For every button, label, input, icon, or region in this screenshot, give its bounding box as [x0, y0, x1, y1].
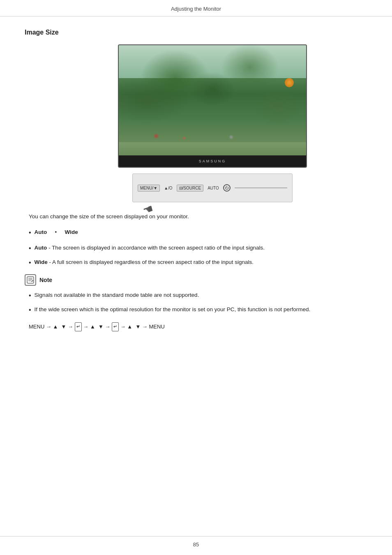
bullet-auto-text: Auto - The screen is displayed in accord… [35, 243, 265, 252]
control-bar: MENU/▼ ▲/O ⊟/SOURCE AUTO ⏻ ☚ [132, 173, 293, 202]
monitor-bottom-bar: SAMSUNG [119, 155, 306, 167]
auto-label: AUTO [208, 186, 219, 190]
option-separator: • [50, 228, 61, 237]
enter-icon-2: ↵ [112, 322, 119, 331]
option-wide-label: Wide [65, 228, 78, 237]
page-header: Adjusting the Monitor [0, 0, 392, 16]
note-bullets: Signals not available in the standard mo… [29, 291, 367, 315]
source-button[interactable]: ⊟/SOURCE [177, 185, 204, 192]
page-footer: 85 [0, 536, 392, 548]
bullet-wide: Wide - A full screen is displayed regard… [29, 258, 367, 268]
samsung-logo: SAMSUNG [199, 159, 226, 163]
auto-desc: - The screen is displayed in accordance … [48, 245, 265, 251]
note-box: Note [25, 274, 367, 286]
options-row: Auto • Wide [29, 228, 367, 238]
bullet-wide-text: Wide - A full screen is displayed regard… [35, 258, 254, 267]
nav-path: MENU → ▲ ▼ → ↵ → ▲ ▼ → ↵ → ▲ ▼ → MENU [29, 322, 367, 331]
header-title: Adjusting the Monitor [171, 6, 221, 12]
auto-bold: Auto [35, 245, 47, 251]
note-label: Note [39, 277, 52, 283]
note-bullet-1: Signals not available in the standard mo… [29, 291, 367, 301]
main-content: Image Size SAMSUNG MENU/▼ ▲/O ⊟/SOURCE A… [0, 16, 392, 356]
control-line [235, 187, 287, 188]
page-number: 85 [193, 541, 199, 548]
note-bullet-2: If the wide screen which is the optimal … [29, 305, 367, 315]
note-text-1: Signals not available in the standard mo… [35, 291, 199, 300]
ctrl-separator1: ▲/O [164, 186, 172, 190]
bullet-descriptions: Auto - The screen is displayed in accord… [29, 243, 367, 268]
wide-desc: - A full screen is displayed regardless … [49, 259, 254, 265]
monitor-image: SAMSUNG [118, 44, 307, 168]
options-list: Auto • Wide [29, 228, 367, 238]
bullet-auto: Auto - The screen is displayed in accord… [29, 243, 367, 254]
enter-icon-1: ↵ [75, 322, 82, 331]
menu-button[interactable]: MENU/▼ [138, 185, 160, 192]
section-title: Image Size [25, 29, 367, 36]
wide-bold: Wide [35, 259, 48, 265]
option-auto-label: Auto [35, 228, 47, 237]
note-icon [25, 274, 36, 286]
description-text: You can change the size of the screen di… [29, 212, 367, 221]
power-button[interactable]: ⏻ [223, 184, 231, 192]
monitor-scene [119, 45, 306, 167]
svg-rect-0 [27, 277, 34, 283]
note-text-2: If the wide screen which is the optimal … [35, 305, 311, 314]
monitor-image-section: SAMSUNG MENU/▼ ▲/O ⊟/SOURCE AUTO ⏻ ☚ [58, 44, 367, 202]
